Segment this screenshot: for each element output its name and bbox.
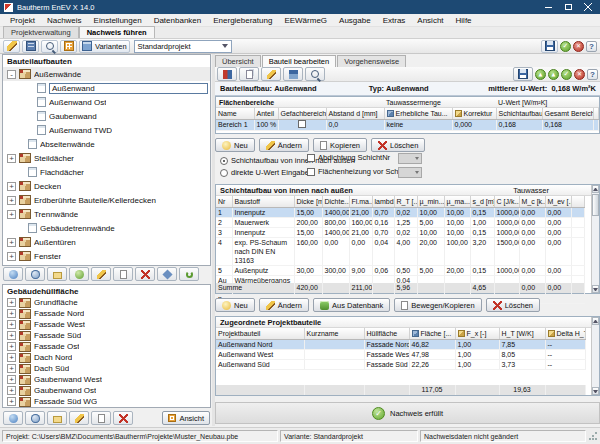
col-kurzname[interactable]: Kurzname — [304, 328, 364, 339]
col-anteil[interactable]: Anteil — [254, 108, 278, 119]
col-sd[interactable]: s_d [m] — [470, 196, 494, 207]
menu-item[interactable]: Projekt — [4, 15, 41, 26]
col-delta-ht[interactable]: Delta H_T... — [545, 328, 585, 339]
check-abdichtung[interactable]: Abdichtung SchichtNr — [307, 153, 390, 162]
menu-item[interactable]: Einstellungen — [88, 15, 148, 26]
col-mev[interactable]: M_ev [... — [545, 196, 571, 207]
copy-item-button[interactable] — [113, 267, 133, 281]
col-rt[interactable]: R_T [... — [394, 196, 417, 207]
bauteil-tab[interactable]: Vorgehensweise — [337, 55, 406, 67]
ansicht-button[interactable]: Ansicht — [162, 411, 210, 425]
help-button[interactable] — [586, 41, 597, 52]
collapse-button[interactable] — [3, 411, 23, 425]
col-name[interactable]: Name — [216, 108, 254, 119]
tree-expander-icon[interactable]: + — [7, 386, 16, 395]
edit-button[interactable] — [3, 40, 20, 53]
gefach-checkbox[interactable] — [298, 120, 306, 128]
wall-edit-button[interactable] — [217, 67, 237, 81]
col-schichtaufbau[interactable]: Schichtaufbau — [496, 108, 542, 119]
col-huellflaeche[interactable]: Hüllfläche — [364, 328, 409, 339]
tree-item[interactable]: - Außenwände — [3, 67, 210, 81]
menu-item[interactable]: Extras — [377, 15, 412, 26]
action-button[interactable]: Neu — [215, 138, 255, 152]
col-mu-min[interactable]: µ_min... — [417, 196, 444, 207]
schicht-row[interactable]: 5 Außenputz 30,00 300,00 9,00 0,06 0,50 … — [216, 265, 585, 275]
scroll-down-icon[interactable] — [592, 285, 599, 293]
tree-item[interactable]: + Außentüren — [3, 235, 210, 249]
tree-expander-icon[interactable]: + — [7, 196, 16, 205]
projekt-scrollbar[interactable] — [591, 317, 599, 395]
col-dichte[interactable]: Dichte... — [322, 196, 349, 207]
tree-item[interactable]: + Fassade Ost — [3, 341, 210, 352]
schicht-scrollbar[interactable] — [591, 185, 599, 293]
tree-expander-icon[interactable]: + — [7, 331, 16, 340]
building-3d-button[interactable] — [22, 40, 39, 53]
copy-layers-button[interactable] — [239, 67, 259, 81]
col-gefachbereich[interactable]: Gefachbereich — [278, 108, 326, 119]
tree-item[interactable]: Gebäudetrennwände — [3, 221, 210, 235]
open-folder-button[interactable] — [47, 267, 67, 281]
scroll-down-icon[interactable] — [592, 387, 599, 395]
tree-expander-icon[interactable]: + — [7, 252, 16, 261]
col-flma[interactable]: Fl.ma... — [349, 196, 372, 207]
tree-item[interactable]: + Gaubenwand West — [3, 374, 210, 385]
bauteil-tab[interactable]: Übersicht — [215, 55, 261, 67]
col-projektbauteil[interactable]: Projektbauteil — [216, 328, 304, 339]
tree-item[interactable]: + Fenster — [3, 249, 210, 263]
zoom-button[interactable] — [305, 67, 325, 81]
bauteil-tab[interactable]: Bauteil bearbeiten — [262, 55, 336, 67]
tree-expander-icon[interactable]: + — [7, 182, 16, 191]
tree-item[interactable]: + Gaubenwand Ost — [3, 385, 210, 396]
projektbauteil-row[interactable]: Außenwand West Fassade West 47,98 1,00 8… — [216, 349, 585, 359]
abort-button[interactable] — [574, 69, 585, 80]
cancel-button[interactable] — [573, 41, 584, 52]
edit-item-button[interactable] — [91, 267, 111, 281]
tree-item[interactable]: + Grundfläche — [3, 297, 210, 308]
action-button[interactable]: Neu — [215, 298, 255, 312]
col-erhebliche-tau[interactable]: Erhebliche Tau... — [384, 108, 452, 119]
tree-item[interactable]: + Fassade Nord — [3, 308, 210, 319]
edit-layers-button[interactable] — [261, 67, 281, 81]
tree-expander-icon[interactable]: - — [7, 70, 16, 79]
radio-direkte-uwert[interactable]: direkte U-Wert Eingabe — [220, 168, 309, 177]
scroll-up-icon[interactable] — [592, 185, 599, 193]
tree-item[interactable]: + Steildächer — [3, 151, 210, 165]
settings-button[interactable] — [25, 411, 45, 425]
menu-item[interactable]: Ansicht — [411, 15, 449, 26]
col-korrektur[interactable]: Korrektur — [452, 108, 496, 119]
variant-select[interactable]: Standardprojekt — [134, 40, 232, 53]
col-gesamt-bereich[interactable]: Gesamt Bereich — [542, 108, 593, 119]
menu-item[interactable]: Ausgabe — [333, 15, 377, 26]
tree-item[interactable]: + Fassade Süd WG — [3, 396, 210, 407]
save-bauteil-button[interactable] — [513, 67, 533, 81]
col-lambda[interactable]: lambd... — [372, 196, 394, 207]
tree-expander-icon[interactable]: + — [7, 375, 16, 384]
delete-item-button[interactable] — [113, 411, 133, 425]
action-button[interactable]: Löschen — [371, 138, 425, 152]
tree-item[interactable]: + Dach Süd — [3, 363, 210, 374]
action-button[interactable]: Bewegen/Kopieren — [394, 298, 481, 312]
collapse-button[interactable] — [3, 267, 23, 281]
col-mc[interactable]: M_c [k... — [519, 196, 545, 207]
col-mu-max[interactable]: µ_ma... — [444, 196, 470, 207]
tree-item[interactable]: Flachdächer — [3, 165, 210, 179]
new-item-button[interactable] — [69, 267, 89, 281]
flaechenheizung-select[interactable] — [398, 167, 422, 178]
col-abstand[interactable]: Abstand d [mm] — [326, 108, 384, 119]
action-button[interactable]: Löschen — [486, 298, 540, 312]
col-ht[interactable]: H_T [W/K] — [499, 328, 545, 339]
projektbauteil-row[interactable]: Außenwand Süd Fassade Süd 22,26 1,00 3,7… — [216, 359, 585, 369]
action-button[interactable]: Aus Datenbank — [313, 298, 390, 312]
save-button[interactable] — [541, 40, 558, 53]
tree-item[interactable]: + Fassade Süd — [3, 330, 210, 341]
scroll-up-icon[interactable] — [592, 317, 599, 325]
menu-item[interactable]: Nachweis — [41, 15, 88, 26]
action-button[interactable]: Ändern — [259, 138, 309, 152]
col-c[interactable]: C [J/k... — [494, 196, 519, 207]
schicht-row[interactable]: 1 Innenputz 15,00 1400,00 21,00 0,70 0,0… — [216, 207, 585, 217]
tree-expander-icon[interactable]: + — [7, 320, 16, 329]
menu-item[interactable]: Datenbanken — [148, 15, 208, 26]
tree-item[interactable]: + Erdberührte Bauteile/Kellerdecken — [3, 193, 210, 207]
close-button[interactable] — [578, 1, 598, 13]
tree-expander-icon[interactable]: + — [7, 309, 16, 318]
